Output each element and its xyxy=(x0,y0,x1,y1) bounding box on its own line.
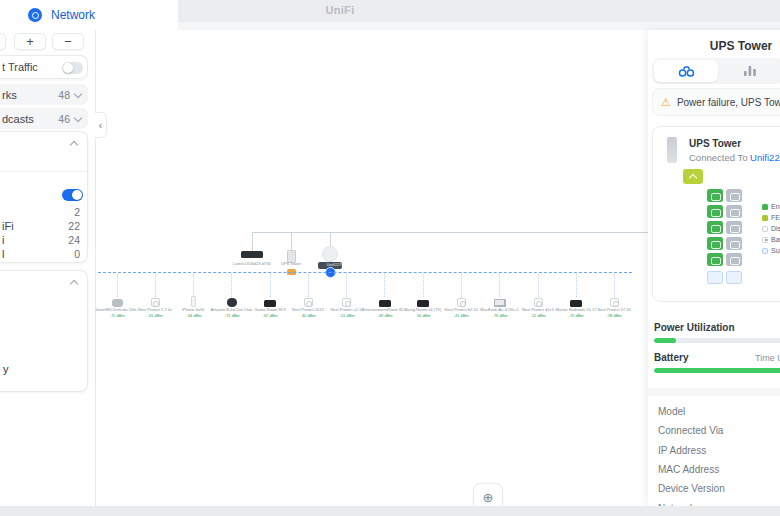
outlet-disabled[interactable] xyxy=(726,253,742,266)
radios-toggle[interactable] xyxy=(62,189,83,201)
battery-fill xyxy=(654,368,780,373)
client-name: Amazon Echo Dot Chd.. xyxy=(210,307,253,310)
client-link-line xyxy=(155,274,156,297)
device-name: UPS Tower xyxy=(689,138,741,149)
radio-label: l xyxy=(2,248,4,260)
networks-count: 48 xyxy=(58,89,70,101)
chevron-down-icon xyxy=(74,113,82,121)
surge-outlet-row[interactable] xyxy=(707,271,742,284)
legend-label: Sur xyxy=(771,247,780,254)
warning-icon: ⚠ xyxy=(661,96,671,109)
legend-swatch xyxy=(762,215,768,221)
client-node[interactable]: Master-Bedroom 13.17 -70 dBm xyxy=(557,274,595,317)
collapse-section-icon[interactable] xyxy=(70,280,78,288)
battery-bar xyxy=(654,368,780,373)
client-node[interactable]: Nest Protect d1v3 -52 dBm xyxy=(519,274,557,317)
client-node[interactable]: Nest Protect b2.10 -41 dBm xyxy=(442,274,480,317)
device-info-list: Model Connected Via IP Address MAC Addre… xyxy=(648,402,780,516)
outlet-enabled[interactable] xyxy=(707,205,723,218)
outlet-legend: Ena FE Dis Bat Sur xyxy=(762,201,780,256)
outlet-enabled[interactable] xyxy=(707,237,723,250)
clipped-button[interactable] xyxy=(0,33,6,50)
power-utilization-label: Power Utilization xyxy=(654,322,735,333)
outlet-disabled[interactable] xyxy=(726,221,742,234)
outlet-enabled[interactable] xyxy=(707,221,723,234)
client-node[interactable]: JasonM5Chrmcda-10fe.. -72 dBm xyxy=(98,274,136,317)
traffic-card: t Traffic xyxy=(0,55,88,79)
outlet-row[interactable] xyxy=(707,189,742,202)
client-signal: -52 dBm xyxy=(530,313,545,315)
gateway-node[interactable] xyxy=(241,251,263,258)
legend-card: y xyxy=(0,270,88,392)
plus-icon: + xyxy=(26,34,34,49)
zoom-in-button[interactable]: + xyxy=(14,33,46,50)
outlet-row[interactable] xyxy=(707,205,742,218)
client-device-icon xyxy=(264,297,276,307)
client-signal: -41 dBm xyxy=(454,313,469,315)
client-node[interactable]: Nest Protect v2.10 -51 dBm xyxy=(328,274,366,317)
client-node[interactable]: iPhone 6s/6t -64 dBm xyxy=(175,274,213,317)
client-node[interactable]: Living-Room-v4 (TV) -56 dBm xyxy=(404,274,442,317)
traffic-label: t Traffic xyxy=(2,61,38,73)
client-link-line xyxy=(614,274,615,297)
zoom-out-button[interactable]: − xyxy=(52,33,84,50)
outlet-enabled[interactable] xyxy=(707,189,723,202)
traffic-toggle[interactable] xyxy=(62,62,83,74)
outlet-row[interactable] xyxy=(707,237,742,250)
networks-label: rks xyxy=(2,89,17,101)
broadcasts-label: dcasts xyxy=(2,113,34,125)
client-device-icon xyxy=(227,297,237,307)
client-node[interactable]: Game Room 85'9 -67 dBm xyxy=(251,274,289,317)
outlet-disabled[interactable] xyxy=(726,189,742,202)
collapse-panel-handle[interactable]: ‹ xyxy=(95,112,107,138)
topology-link-line xyxy=(330,232,331,247)
power-failure-alert[interactable]: ⚠ Power failure, UPS Tower batt xyxy=(652,88,780,116)
client-device-icon xyxy=(534,297,543,307)
client-link-line xyxy=(231,274,232,297)
client-node[interactable]: Nest Protect 07.34 -58 dBm xyxy=(595,274,633,317)
broadcasts-row[interactable]: dcasts 46 xyxy=(0,108,88,129)
ups-device-image xyxy=(667,137,677,163)
client-name: Game Room 85'9 xyxy=(255,307,286,310)
legend-swatch xyxy=(762,226,768,232)
info-row: Model xyxy=(648,402,780,421)
outlet-surge[interactable] xyxy=(707,271,723,284)
outlet-row[interactable] xyxy=(707,221,742,234)
legend-item: Ena xyxy=(762,201,780,212)
panel-divider xyxy=(95,30,96,506)
access-point-node[interactable] xyxy=(322,246,338,262)
tab-statistics[interactable] xyxy=(718,60,780,82)
client-device-icon xyxy=(417,297,429,307)
topology-trunk-line xyxy=(252,232,648,233)
outlet-surge[interactable] xyxy=(726,271,742,284)
client-name: Master-Bedroom 13.17 xyxy=(556,307,597,310)
outlet-disabled[interactable] xyxy=(726,205,742,218)
ups-tower-label: UPS Tower xyxy=(261,261,321,266)
legend-label: Bat xyxy=(771,236,780,243)
client-node[interactable]: MacBook-Air-4.19Lc1 -76 dBm xyxy=(481,274,519,317)
panel-tabs xyxy=(652,58,780,84)
battery-time-label: Time U xyxy=(755,353,780,363)
outlet-enabled[interactable] xyxy=(707,253,723,266)
tab-network[interactable]: Network xyxy=(0,0,178,30)
uplink-device-link[interactable]: Unifi2270 P xyxy=(750,152,780,163)
outlet-row[interactable] xyxy=(707,253,742,266)
client-node[interactable]: Amazon Echo Dot Chd.. -71 dBm xyxy=(213,274,251,317)
client-name: Nest Protect v2.10 xyxy=(330,307,363,310)
tab-overview[interactable] xyxy=(654,60,718,82)
client-node[interactable]: Nest Protect 5.7 4v -61 dBm xyxy=(136,274,174,317)
networks-row[interactable]: rks 48 xyxy=(0,84,88,105)
section-separator xyxy=(648,388,780,396)
radio-count: 2 xyxy=(74,206,80,218)
client-link-line xyxy=(499,274,500,297)
unifi-logo-icon xyxy=(28,8,42,22)
outlet-disabled[interactable] xyxy=(726,237,742,250)
radio-count-row: l 0 xyxy=(0,247,87,261)
client-node[interactable]: EntertainmentRoom 85-9 -49 dBm xyxy=(366,274,404,317)
radio-count: 0 xyxy=(74,248,80,260)
power-input-indicator xyxy=(683,169,703,184)
client-node[interactable]: Nest Protect 2015 -40 dBm xyxy=(289,274,327,317)
client-signal: -76 dBm xyxy=(492,313,507,315)
collapse-section-icon[interactable] xyxy=(70,141,78,149)
client-signal: -56 dBm xyxy=(416,313,431,315)
